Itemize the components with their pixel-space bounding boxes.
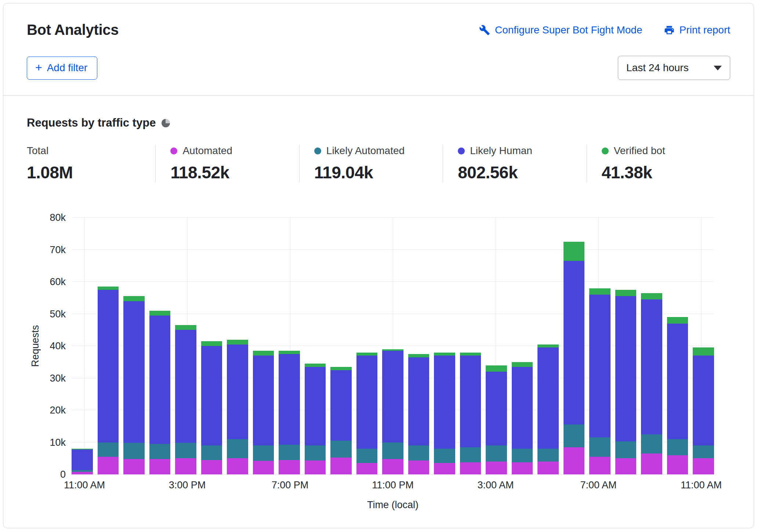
section-title: Requests by traffic type — [27, 116, 156, 130]
likely-automated-color-dot — [314, 147, 321, 154]
segment-automated — [434, 463, 455, 474]
segment-likely-automated — [589, 437, 611, 457]
stacked-bar-hour-2[interactable] — [123, 218, 145, 474]
stacked-bar-hour-6[interactable] — [227, 218, 248, 474]
stacked-bar-hour-3[interactable] — [149, 218, 171, 474]
segment-likely-automated — [512, 449, 533, 462]
segment-likely-human — [512, 367, 533, 449]
segment-automated — [253, 461, 274, 474]
segment-likely-automated — [279, 445, 300, 460]
segment-likely-human — [693, 356, 714, 445]
stacked-bar-hour-8[interactable] — [279, 218, 300, 474]
segment-verified-bot — [537, 345, 559, 348]
segment-likely-automated — [408, 445, 430, 460]
segment-likely-automated — [667, 439, 688, 455]
segment-likely-automated — [227, 439, 248, 459]
segment-automated — [589, 457, 611, 474]
segment-verified-bot — [641, 293, 662, 300]
segment-likely-human — [98, 290, 119, 442]
segment-likely-automated — [123, 443, 145, 459]
verified-bot-color-dot — [602, 147, 609, 154]
stacked-bar-hour-4[interactable] — [175, 218, 196, 474]
stacked-bar-hour-21[interactable] — [615, 218, 637, 474]
segment-likely-human — [537, 347, 559, 449]
segment-automated — [693, 458, 714, 474]
segment-verified-bot — [615, 290, 637, 296]
stat-likely-human-value: 802.56k — [458, 163, 577, 182]
stat-automated[interactable]: Automated 118.52k — [155, 145, 299, 182]
stacked-bar-hour-17[interactable] — [512, 218, 533, 474]
print-report-link[interactable]: Print report — [664, 24, 731, 36]
stacked-bar-hour-22[interactable] — [641, 218, 662, 474]
stacked-bar-hour-23[interactable] — [667, 218, 688, 474]
printer-icon — [664, 25, 675, 36]
stacked-bar-hour-16[interactable] — [486, 218, 507, 474]
segment-likely-automated — [615, 441, 637, 458]
segment-automated — [667, 455, 688, 475]
print-link-label: Print report — [680, 24, 731, 36]
x-axis-ticks: 11:00 AM3:00 PM7:00 PM11:00 PM3:00 AM7:0… — [72, 480, 714, 496]
segment-likely-human — [408, 357, 430, 446]
configure-super-bot-fight-mode-link[interactable]: Configure Super Bot Fight Mode — [479, 24, 642, 36]
stacked-bar-hour-7[interactable] — [253, 218, 274, 474]
bot-analytics-card: Bot Analytics Configure Super Bot Fight … — [3, 3, 754, 528]
segment-verified-bot — [486, 365, 507, 372]
segment-verified-bot — [512, 362, 533, 367]
y-tick-label: 80k — [50, 212, 66, 223]
y-axis-title: Requests — [27, 218, 44, 474]
stacked-bar-hour-12[interactable] — [382, 218, 403, 474]
stacked-bar-hour-9[interactable] — [305, 218, 326, 474]
stat-automated-label: Automated — [182, 145, 232, 157]
stacked-bar-hour-14[interactable] — [434, 218, 455, 474]
segment-verified-bot — [693, 347, 714, 356]
segment-likely-automated — [434, 449, 455, 463]
stat-total[interactable]: Total 1.08M — [27, 145, 155, 182]
stacked-bar-hour-0[interactable] — [72, 218, 93, 474]
plot-area — [72, 218, 714, 474]
stacked-bar-hour-15[interactable] — [460, 218, 481, 474]
segment-verified-bot — [305, 364, 326, 367]
segment-verified-bot — [227, 340, 248, 345]
segment-verified-bot — [434, 353, 455, 356]
chevron-down-icon — [714, 66, 722, 70]
stacked-bar-hour-10[interactable] — [330, 218, 352, 474]
stacked-bar-hour-18[interactable] — [537, 218, 559, 474]
stat-likely-human[interactable]: Likely Human 802.56k — [443, 145, 586, 182]
stat-verified-bot[interactable]: Verified bot 41.38k — [587, 145, 730, 182]
segment-likely-human — [227, 345, 248, 439]
stacked-bar-hour-13[interactable] — [408, 218, 430, 474]
traffic-type-legend: Total 1.08M Automated 118.52k Likely Aut… — [27, 145, 730, 182]
segment-likely-human — [460, 356, 481, 447]
stat-total-value: 1.08M — [27, 163, 146, 182]
x-tick-label: 11:00 AM — [681, 480, 722, 491]
stacked-bar-hour-19[interactable] — [564, 218, 585, 474]
segment-likely-human — [149, 316, 171, 444]
segment-verified-bot — [564, 242, 585, 261]
segment-automated — [201, 460, 222, 474]
y-tick-label: 60k — [50, 276, 66, 288]
stacked-bar-hour-11[interactable] — [356, 218, 378, 474]
segment-likely-automated — [330, 441, 352, 458]
stat-total-label: Total — [27, 145, 48, 157]
segment-automated — [305, 460, 326, 474]
segment-likely-automated — [486, 445, 507, 462]
add-filter-button[interactable]: + Add filter — [27, 57, 97, 80]
segment-automated — [382, 459, 403, 474]
stacked-bar-hour-5[interactable] — [201, 218, 222, 474]
plus-icon: + — [35, 62, 42, 73]
segment-likely-human — [641, 299, 662, 434]
segment-likely-human — [330, 370, 352, 441]
segment-likely-automated — [253, 445, 274, 461]
likely-human-color-dot — [458, 147, 465, 154]
stat-likely-automated[interactable]: Likely Automated 119.04k — [299, 145, 443, 182]
segment-verified-bot — [279, 351, 300, 354]
stacked-bar-hour-1[interactable] — [98, 218, 119, 474]
segment-automated — [98, 457, 119, 474]
segment-likely-human — [382, 351, 403, 442]
stacked-bar-hour-20[interactable] — [589, 218, 611, 474]
time-range-select[interactable]: Last 24 hours — [618, 56, 730, 80]
wrench-icon — [479, 25, 490, 36]
segment-likely-automated — [175, 443, 196, 458]
stacked-bar-hour-24[interactable] — [693, 218, 714, 474]
segment-automated — [512, 462, 533, 474]
